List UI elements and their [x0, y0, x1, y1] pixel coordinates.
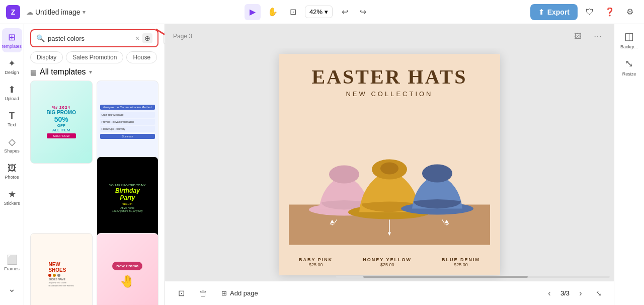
settings-button[interactable]: ⚙ — [622, 4, 638, 20]
duplicate-page-button[interactable]: ⊡ — [173, 285, 189, 301]
title-chevron: ▾ — [83, 9, 86, 16]
text-label: Text — [8, 122, 16, 127]
hat-label-center: HONEY YELLOW $25.00 — [363, 257, 412, 267]
document-title[interactable]: ☁ Untitled image ▾ — [26, 8, 86, 16]
main-layout: ⊞ templates ✦ Design ⬆ Upload T Text ◇ S… — [0, 24, 644, 305]
stickers-label: Stickers — [4, 201, 20, 206]
background-label: Backgr... — [620, 44, 638, 49]
shapes-label: Shapes — [4, 148, 20, 154]
help-button[interactable]: ❓ — [602, 4, 618, 20]
topbar-center: ▶ ✋ ⊡ 42% ▾ ↩ ↪ — [92, 4, 524, 20]
design-label: Design — [5, 70, 19, 75]
canvas-bottom: ⊡ 🗑 ⊞ Add page ‹ 3/3 › ⤡ — [165, 281, 614, 305]
canvas-area: Page 3 🖼 ⋯ EASTER HATS NEW COLLECTION — [165, 24, 614, 305]
icon-sidebar: ⊞ templates ✦ Design ⬆ Upload T Text ◇ S… — [0, 24, 24, 305]
template-card-shoes[interactable]: NEWSHOES SHOES NAMEStep Up Your GameBran… — [30, 233, 93, 305]
easter-image: EASTER HATS NEW COLLECTION — [279, 54, 500, 275]
zoom-control[interactable]: 42% ▾ — [305, 6, 333, 18]
undo-redo: ↩ ↪ — [337, 4, 371, 20]
hat-label-right: BLUE DENIM $25.00 — [442, 257, 480, 267]
frames-icon: ⬜ — [7, 254, 18, 265]
canvas-header: Page 3 🖼 ⋯ — [165, 24, 614, 48]
sidebar-item-upload[interactable]: ⬆ Upload — [2, 81, 22, 105]
background-icon: ◫ — [624, 30, 634, 42]
add-page-button[interactable]: ⊞ Add page — [217, 287, 262, 299]
export-upload-icon: ⬆ — [538, 8, 544, 16]
tab-sales-promotion[interactable]: Sales Promotion — [66, 51, 123, 63]
right-panel: ◫ Backgr... ⤡ Resize — [614, 24, 644, 305]
next-page-button[interactable]: › — [574, 286, 588, 300]
export-button[interactable]: ⬆ Export — [530, 4, 578, 20]
prev-page-button[interactable]: ‹ — [542, 286, 556, 300]
topbar-left: Z ☁ Untitled image ▾ — [6, 5, 86, 19]
search-magnifier-icon: 🔍 — [36, 34, 45, 42]
sidebar-item-design[interactable]: ✦ Design — [2, 54, 22, 79]
hats-illustration — [289, 102, 490, 267]
sidebar-item-stickers[interactable]: ★ Stickers — [2, 185, 22, 209]
sidebar-item-templates[interactable]: ⊞ templates — [2, 28, 22, 52]
resize-label: Resize — [622, 71, 636, 77]
templates-filter[interactable]: ▦ All templates ▾ — [24, 67, 165, 81]
page-counter: 3/3 — [560, 289, 570, 297]
page-navigation: ‹ 3/3 › ⤡ — [542, 286, 606, 300]
sidebar-item-shapes[interactable]: ◇ Shapes — [2, 133, 22, 157]
photos-icon: 🖼 — [8, 163, 17, 174]
select-tool-button[interactable]: ▶ — [245, 4, 261, 20]
canvas-page: EASTER HATS NEW COLLECTION — [279, 54, 500, 275]
sidebar-item-frames[interactable]: ⬜ Frames — [2, 251, 22, 275]
red-arrow-annotation — [153, 24, 165, 54]
filter-chevron-icon: ▾ — [89, 68, 92, 75]
search-bar: 🔍 × ⊕ ⧖ — [24, 24, 165, 51]
photos-label: Photos — [5, 175, 19, 180]
template-card-promo2024[interactable]: %/ 2024 BIG PROMO 50% OFF ALL ITEM SHOP … — [30, 81, 93, 164]
delete-page-button[interactable]: 🗑 — [195, 285, 211, 301]
resize-button[interactable]: ⤡ Resize — [622, 57, 636, 77]
filter-label: All templates — [40, 67, 86, 77]
svg-point-4 — [329, 166, 359, 184]
tab-display[interactable]: Display — [30, 51, 63, 63]
hand-tool-button[interactable]: ✋ — [265, 4, 281, 20]
template-card-infographic[interactable]: Analyze the Communication Method Craft Y… — [97, 81, 159, 164]
easter-subtitle: NEW COLLECTION — [346, 90, 433, 98]
template-grid: %/ 2024 BIG PROMO 50% OFF ALL ITEM SHOP … — [24, 81, 165, 305]
undo-button[interactable]: ↩ — [337, 4, 353, 20]
tab-house[interactable]: House — [126, 51, 157, 63]
search-clear-button[interactable]: × — [135, 34, 139, 42]
hat-label-left: BABY PINK $25.00 — [299, 257, 333, 267]
resize-icon: ⤡ — [625, 57, 633, 69]
left-panel: 🔍 × ⊕ ⧖ Display Sales — [24, 24, 165, 305]
sidebar-item-photos[interactable]: 🖼 Photos — [2, 159, 22, 183]
search-input-wrapper: 🔍 × ⊕ — [30, 29, 158, 47]
easter-title: EASTER HATS — [311, 66, 467, 88]
templates-icon: ⊞ — [8, 32, 16, 43]
category-tabs: Display Sales Promotion House — [24, 51, 165, 67]
topbar: Z ☁ Untitled image ▾ ▶ ✋ ⊡ 42% ▾ ↩ ↪ ⬆ E… — [0, 0, 644, 24]
topbar-right: ⬆ Export 🛡 ❓ ⚙ — [530, 4, 638, 20]
add-page-icon: ⊞ — [221, 289, 227, 297]
app-logo[interactable]: Z — [6, 5, 20, 19]
frames-label: Frames — [4, 266, 20, 271]
page-more-button[interactable]: ⋯ — [590, 28, 606, 44]
redo-button[interactable]: ↪ — [355, 4, 371, 20]
zoom-chevron: ▾ — [325, 8, 328, 16]
cloud-icon: ☁ — [26, 8, 33, 16]
svg-point-7 — [380, 163, 398, 175]
background-button[interactable]: ◫ Backgr... — [620, 30, 638, 49]
image-search-button[interactable]: ⊕ — [142, 33, 152, 43]
expand-page-button[interactable]: ⤡ — [592, 286, 606, 300]
template-card-newpromo[interactable]: New Promo 🤚 — [97, 233, 159, 305]
search-input[interactable] — [48, 35, 132, 42]
zoom-value: 42% — [309, 8, 323, 16]
horizontal-scrollbar[interactable] — [336, 275, 610, 279]
template-card-birthday[interactable]: YOU ARE INVITED TO MY Birthday Party 01/… — [97, 157, 159, 240]
design-icon: ✦ — [8, 58, 16, 69]
shield-button[interactable]: 🛡 — [582, 4, 598, 20]
page-icon-button[interactable]: 🖼 — [570, 28, 586, 44]
sidebar-more-button[interactable]: ⌄ — [2, 277, 22, 301]
shapes-icon: ◇ — [9, 136, 16, 147]
upload-label: Upload — [5, 96, 19, 101]
sidebar-item-text[interactable]: T Text — [2, 107, 22, 131]
frame-tool-button[interactable]: ⊡ — [285, 4, 301, 20]
svg-point-9 — [422, 165, 452, 183]
add-page-label: Add page — [230, 289, 258, 297]
